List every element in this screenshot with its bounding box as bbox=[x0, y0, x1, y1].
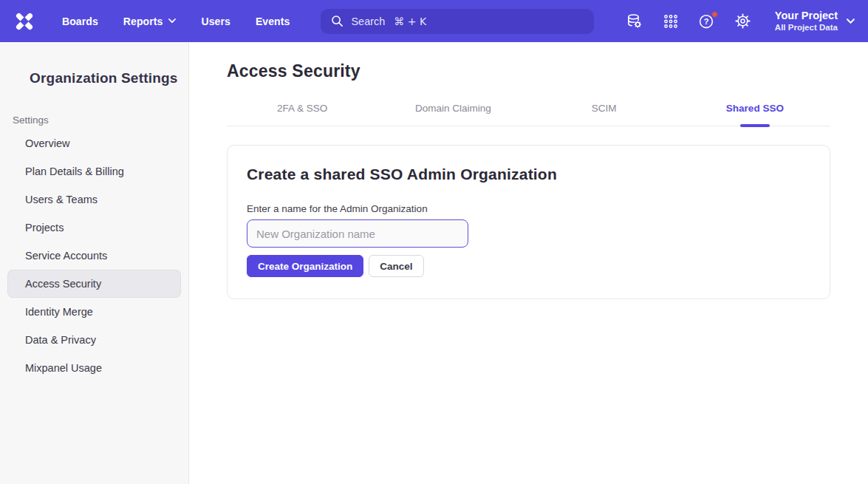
search-input[interactable]: Search ⌘ + K bbox=[321, 9, 594, 34]
sidebar-section-label: Settings bbox=[13, 115, 188, 126]
search-shortcut: ⌘ + K bbox=[394, 16, 426, 27]
mixpanel-logo-icon bbox=[13, 10, 35, 33]
search-placeholder: Search bbox=[351, 16, 385, 27]
nav-events[interactable]: Events bbox=[256, 16, 290, 27]
tab-shared-sso[interactable]: Shared SSO bbox=[680, 96, 830, 126]
sidebar-title: Organization Settings bbox=[30, 70, 188, 86]
navbar-right-cluster: ? Your Proj bbox=[626, 9, 855, 33]
project-selector[interactable]: Your Project All Project Data bbox=[775, 9, 855, 33]
tab-domain-claiming[interactable]: Domain Claiming bbox=[377, 96, 528, 126]
create-organization-button[interactable]: Create Organization bbox=[247, 255, 363, 277]
sidebar-list: Overview Plan Details & Billing Users & … bbox=[0, 129, 188, 382]
sidebar-item-identity-merge[interactable]: Identity Merge bbox=[7, 298, 181, 326]
cancel-button[interactable]: Cancel bbox=[369, 255, 423, 277]
tab-2fa-sso[interactable]: 2FA & SSO bbox=[227, 96, 377, 126]
tab-scim[interactable]: SCIM bbox=[529, 96, 680, 126]
svg-text:?: ? bbox=[704, 17, 709, 26]
sidebar-item-overview[interactable]: Overview bbox=[7, 129, 181, 157]
mixpanel-logo[interactable] bbox=[13, 10, 35, 33]
project-data-view: All Project Data bbox=[775, 22, 838, 33]
data-management-icon[interactable] bbox=[626, 13, 643, 30]
nav-users-label: Users bbox=[201, 16, 230, 27]
chevron-down-icon bbox=[168, 18, 176, 24]
top-navbar: Boards Reports Users Events Search ⌘ + K bbox=[0, 0, 868, 42]
sidebar-item-data-privacy[interactable]: Data & Privacy bbox=[7, 326, 181, 354]
settings-gear-icon[interactable] bbox=[734, 13, 752, 30]
org-name-label: Enter a name for the Admin Organization bbox=[247, 203, 810, 214]
main-content: Access Security 2FA & SSO Domain Claimin… bbox=[189, 42, 868, 484]
help-icon[interactable]: ? bbox=[698, 13, 716, 30]
sidebar-item-access-security[interactable]: Access Security bbox=[7, 270, 181, 298]
nav-boards[interactable]: Boards bbox=[62, 16, 98, 27]
apps-grid-icon[interactable] bbox=[662, 13, 680, 30]
card-button-row: Create Organization Cancel bbox=[247, 255, 810, 277]
nav-boards-label: Boards bbox=[62, 16, 98, 27]
notification-dot bbox=[711, 11, 718, 18]
nav-events-label: Events bbox=[256, 16, 290, 27]
sidebar-item-users-teams[interactable]: Users & Teams bbox=[7, 185, 181, 214]
sidebar-item-plan-details-billing[interactable]: Plan Details & Billing bbox=[7, 157, 181, 185]
nav-reports[interactable]: Reports bbox=[123, 16, 177, 27]
nav-users[interactable]: Users bbox=[201, 16, 230, 27]
nav-reports-label: Reports bbox=[123, 16, 163, 27]
main-nav: Boards Reports Users Events bbox=[62, 16, 290, 27]
organization-name-input[interactable] bbox=[247, 219, 468, 248]
sidebar-item-service-accounts[interactable]: Service Accounts bbox=[7, 242, 181, 270]
sidebar-item-projects[interactable]: Projects bbox=[7, 214, 181, 242]
page-title: Access Security bbox=[227, 61, 830, 81]
access-security-tabs: 2FA & SSO Domain Claiming SCIM Shared SS… bbox=[227, 96, 830, 126]
project-name: Your Project bbox=[775, 9, 838, 22]
search-icon bbox=[331, 15, 344, 27]
sidebar-item-mixpanel-usage[interactable]: Mixpanel Usage bbox=[7, 354, 181, 382]
org-settings-sidebar: Organization Settings Settings Overview … bbox=[0, 42, 189, 484]
project-text: Your Project All Project Data bbox=[775, 9, 838, 33]
create-shared-sso-card: Create a shared SSO Admin Organization E… bbox=[227, 145, 830, 299]
card-title: Create a shared SSO Admin Organization bbox=[247, 166, 810, 183]
chevron-down-icon bbox=[847, 18, 855, 24]
